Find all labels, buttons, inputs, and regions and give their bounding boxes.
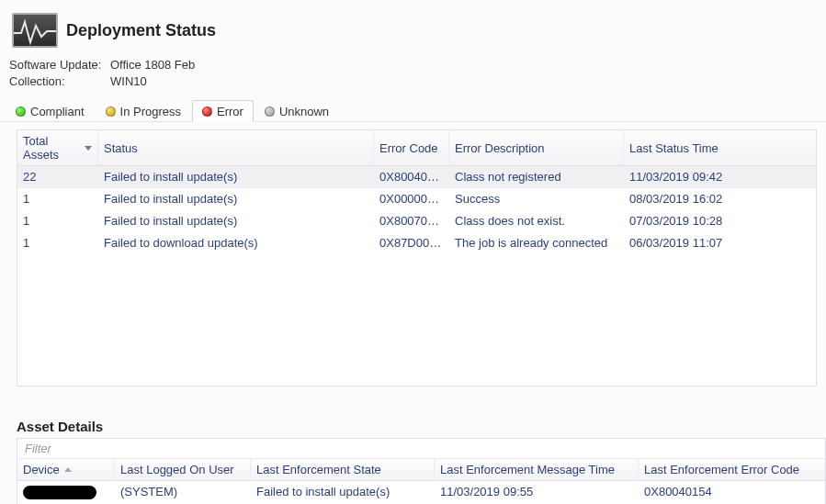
col-error-description-label: Error Description bbox=[455, 141, 545, 155]
monitor-waveform-icon bbox=[9, 11, 61, 50]
cell-error-description: Class does not exist. bbox=[449, 212, 624, 230]
col-last-enforcement-state[interactable]: Last Enforcement State bbox=[251, 459, 435, 480]
tab-unknown-label: Unknown bbox=[279, 105, 329, 118]
collection-label: Collection: bbox=[9, 73, 110, 90]
software-update-label: Software Update: bbox=[9, 57, 110, 73]
col-status-label: Status bbox=[104, 141, 138, 155]
col-device-label: Device bbox=[23, 463, 60, 476]
col-total-assets[interactable]: Total Assets bbox=[17, 130, 98, 165]
status-tabs: Compliant In Progress Error Unknown bbox=[0, 99, 826, 122]
status-table-header: Total Assets Status Error Code Error Des… bbox=[17, 130, 816, 166]
col-last-enforcement-message-time[interactable]: Last Enforcement Message Time bbox=[435, 459, 639, 480]
filter-input[interactable]: Filter bbox=[17, 439, 825, 459]
col-last-status-time[interactable]: Last Status Time bbox=[624, 130, 808, 165]
col-last-enforcement-message-time-label: Last Enforcement Message Time bbox=[440, 463, 615, 476]
col-last-logged-on-user[interactable]: Last Logged On User bbox=[115, 459, 251, 480]
cell-err-code: 0X80040154 bbox=[639, 483, 813, 501]
cell-device bbox=[17, 483, 115, 501]
col-last-status-time-label: Last Status Time bbox=[629, 141, 719, 155]
cell-error-code: 0X80040154 bbox=[374, 168, 449, 185]
cell-error-code: 0X87D0024A bbox=[374, 234, 449, 252]
page-title: Deployment Status bbox=[66, 21, 216, 40]
table-row[interactable]: 1 Failed to download update(s) 0X87D0024… bbox=[17, 232, 816, 254]
dot-red-icon bbox=[202, 106, 212, 117]
cell-time: 06/03/2019 11:07 bbox=[624, 234, 808, 252]
cell-status: Failed to install update(s) bbox=[98, 168, 374, 185]
cell-error-code: 0X00000000 bbox=[374, 190, 449, 207]
cell-msg-time: 11/03/2019 09:55 bbox=[435, 483, 639, 501]
tab-unknown[interactable]: Unknown bbox=[255, 100, 339, 122]
software-update-value: Office 1808 Feb bbox=[110, 57, 195, 73]
col-last-enforcement-state-label: Last Enforcement State bbox=[256, 463, 381, 476]
col-last-enforcement-error-code-label: Last Enforcement Error Code bbox=[644, 463, 799, 476]
table-row[interactable]: 1 Failed to install update(s) 0X00000000… bbox=[17, 188, 816, 210]
col-error-code[interactable]: Error Code bbox=[374, 130, 449, 165]
cell-error-description: The job is already connected bbox=[449, 234, 624, 252]
tab-compliant-label: Compliant bbox=[30, 105, 85, 118]
tab-in-progress-label: In Progress bbox=[120, 105, 181, 118]
cell-assets: 1 bbox=[17, 190, 98, 207]
cell-time: 11/03/2019 09:42 bbox=[624, 168, 808, 185]
asset-details-table: Filter Device Last Logged On User Last E… bbox=[17, 438, 826, 504]
cell-time: 07/03/2019 10:28 bbox=[624, 212, 808, 230]
cell-time: 08/03/2019 16:02 bbox=[624, 190, 808, 207]
table-row[interactable]: 22 Failed to install update(s) 0X8004015… bbox=[17, 166, 816, 188]
cell-state: Failed to install update(s) bbox=[251, 483, 435, 501]
cell-error-code: 0X80070583 bbox=[374, 212, 449, 230]
collection-value: WIN10 bbox=[110, 73, 147, 90]
sort-asc-icon bbox=[64, 467, 72, 472]
cell-assets: 1 bbox=[17, 212, 98, 230]
tab-error[interactable]: Error bbox=[192, 100, 254, 122]
col-total-assets-label: Total Assets bbox=[23, 134, 80, 162]
cell-status: Failed to download update(s) bbox=[98, 234, 374, 252]
col-last-enforcement-error-code[interactable]: Last Enforcement Error Code bbox=[639, 459, 813, 480]
page-header: Deployment Status bbox=[0, 0, 826, 57]
asset-details-header: Device Last Logged On User Last Enforcem… bbox=[17, 459, 825, 481]
dot-yellow-icon bbox=[106, 106, 116, 117]
tab-in-progress[interactable]: In Progress bbox=[96, 100, 191, 122]
status-table: Total Assets Status Error Code Error Des… bbox=[17, 129, 817, 386]
dot-gray-icon bbox=[265, 106, 275, 117]
asset-details-section: Asset Details Filter Device Last Logged … bbox=[17, 413, 826, 504]
sort-desc-icon bbox=[85, 146, 92, 151]
table-row[interactable]: 1 Failed to install update(s) 0X80070583… bbox=[17, 210, 816, 232]
asset-details-row[interactable]: (SYSTEM) Failed to install update(s) 11/… bbox=[17, 481, 825, 504]
asset-details-title: Asset Details bbox=[17, 413, 826, 438]
cell-assets: 22 bbox=[17, 168, 98, 185]
dot-green-icon bbox=[16, 106, 26, 117]
cell-assets: 1 bbox=[17, 234, 98, 252]
cell-error-description: Success bbox=[449, 190, 624, 207]
cell-status: Failed to install update(s) bbox=[98, 190, 374, 207]
cell-user: (SYSTEM) bbox=[115, 483, 251, 501]
tab-compliant[interactable]: Compliant bbox=[6, 100, 95, 122]
col-status[interactable]: Status bbox=[98, 130, 374, 165]
redacted-device-name bbox=[23, 486, 96, 499]
col-device[interactable]: Device bbox=[17, 459, 115, 480]
meta-block: Software Update: Office 1808 Feb Collect… bbox=[0, 57, 826, 99]
cell-error-description: Class not registered bbox=[449, 168, 624, 185]
tab-error-label: Error bbox=[217, 105, 243, 118]
col-last-logged-on-user-label: Last Logged On User bbox=[120, 463, 234, 476]
cell-status: Failed to install update(s) bbox=[98, 212, 374, 230]
col-error-code-label: Error Code bbox=[379, 141, 438, 155]
col-error-description[interactable]: Error Description bbox=[449, 130, 624, 165]
